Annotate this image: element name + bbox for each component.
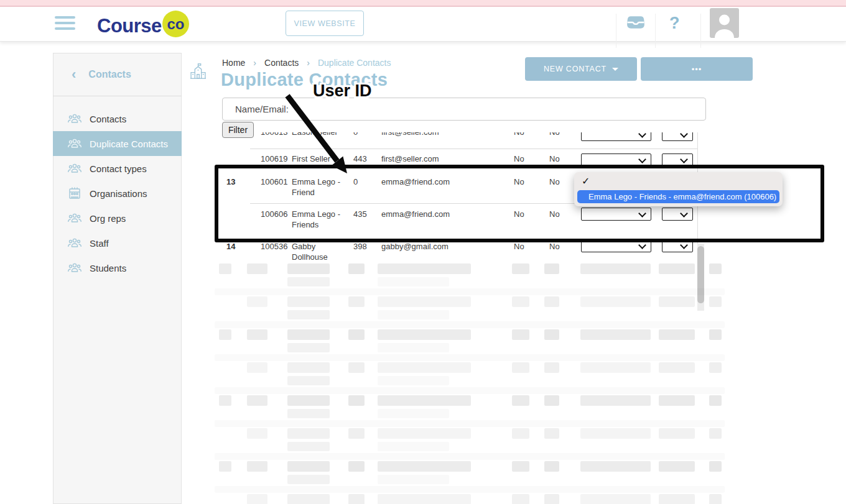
redacted-block [219,329,231,340]
organisation-icon [67,186,82,201]
redacted-row [215,494,725,504]
contact-flag: No [514,176,524,187]
sidebar-item-label: Organisations [90,188,147,199]
contact-count: 0 [353,176,358,187]
redacted-block [348,494,365,504]
merge-target-select[interactable] [581,208,651,221]
sidebar-section-title: Contacts [88,69,131,80]
redacted-block [544,428,559,439]
contact-flag: No [514,132,524,137]
new-contact-button[interactable]: NEW CONTACT [525,57,637,81]
name-email-search-input[interactable] [222,98,706,121]
avatar[interactable] [710,8,739,38]
redacted-block [378,475,449,484]
campus-building-icon[interactable] [190,63,207,80]
redacted-block [544,329,559,340]
redacted-block [659,296,695,307]
redacted-row [215,296,725,329]
redacted-block [512,428,529,439]
dropdown-option-highlighted[interactable]: Emma Lego - Friends - emma@friend.com (1… [577,190,779,203]
contact-flag: No [549,176,560,187]
inbox-icon[interactable] [626,14,645,30]
table-row: 100606 Emma Lego - Friends 435 emma@frie… [215,209,725,236]
redacted-block [580,362,651,373]
filter-button[interactable]: Filter [222,122,254,138]
redacted-block [659,461,695,472]
merge-target-select[interactable] [581,132,651,141]
redacted-block [512,296,529,307]
redacted-block [378,343,449,352]
contacts-group-icon [67,161,82,176]
redacted-block [247,395,267,406]
redacted-block [659,329,695,340]
breadcrumb-separator: › [307,58,310,68]
contact-flag: No [514,241,524,252]
more-actions-button[interactable]: ••• [641,57,753,81]
chevron-down-icon [638,132,646,138]
caret-down-icon [612,68,618,71]
redacted-block [287,475,330,484]
courseco-logo[interactable]: Course co [97,12,162,40]
sidebar-item-duplicate-contacts[interactable]: Duplicate Contacts [53,131,182,156]
redacted-block [247,362,267,373]
contact-flag: No [549,132,560,137]
redacted-block [215,354,725,361]
contact-name: Gabby Dollhouse [292,241,349,262]
action-select[interactable] [662,132,693,141]
redacted-block [247,494,267,504]
redacted-block [544,461,559,472]
redacted-block [544,395,559,406]
help-icon[interactable]: ? [669,14,680,33]
redacted-block [378,362,471,373]
header-divider [700,14,701,48]
chevron-down-icon [680,241,688,249]
sidebar-item-students[interactable]: Students [53,255,182,280]
logo-circle: co [162,11,189,37]
redacted-block [348,296,365,307]
breadcrumb: Home › Contacts › Duplicate Contacts [222,58,391,68]
redacted-block [580,494,651,504]
sidebar-item-staff[interactable]: Staff [53,231,182,255]
redacted-block [378,409,449,418]
contact-flag: No [514,153,524,164]
view-website-button[interactable]: VIEW WEBSITE [286,11,364,36]
sidebar-item-contacts[interactable]: Contacts [53,106,182,131]
redacted-block [659,428,695,439]
redacted-block [378,461,471,472]
contacts-group-icon [67,211,82,226]
redacted-block [709,329,722,340]
contact-flag: No [514,209,524,219]
sidebar-item-contact-types[interactable]: Contact types [53,156,182,181]
contact-email: emma@friend.com [381,209,450,219]
redacted-block [659,362,695,373]
redacted-block [287,329,330,340]
sidebar-back-header[interactable]: ‹ Contacts [53,53,182,96]
redacted-block [709,461,722,472]
action-select[interactable] [662,239,693,252]
breadcrumb-home[interactable]: Home [222,58,245,68]
breadcrumb-contacts[interactable]: Contacts [264,58,299,68]
redacted-block [512,461,529,472]
merge-target-select[interactable] [581,153,651,167]
redacted-block [709,494,722,504]
redacted-block [580,428,651,439]
action-select[interactable] [662,208,693,221]
redacted-block [709,395,722,406]
chevron-down-icon [638,241,646,249]
redacted-block [247,461,267,472]
contact-id: 100606 [261,209,287,219]
checkmark-icon[interactable]: ✓ [582,175,590,187]
chevron-left-icon: ‹ [72,68,76,81]
contacts-group-icon [67,136,82,151]
sidebar-item-org-reps[interactable]: Org reps [53,206,182,231]
merge-target-select[interactable] [581,239,651,252]
chevron-down-icon [638,209,646,218]
top-notice-strip [0,0,846,7]
redacted-block [215,486,725,493]
action-select[interactable] [662,153,693,167]
menu-icon[interactable] [55,16,75,33]
menu-bar [55,16,75,19]
sidebar-item-organisations[interactable]: Organisations [53,181,182,206]
redacted-block [512,395,529,406]
contact-email: gabby@gmail.com [381,241,449,252]
